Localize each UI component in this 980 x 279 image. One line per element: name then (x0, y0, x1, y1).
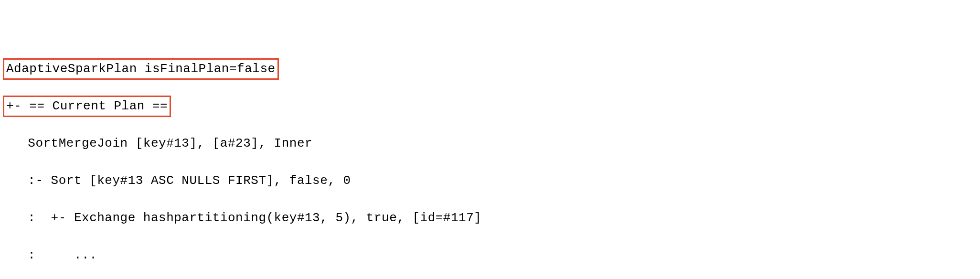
plan-header-line: AdaptiveSparkPlan isFinalPlan=false (5, 60, 975, 78)
plan-header-text: AdaptiveSparkPlan isFinalPlan=false (6, 62, 276, 76)
highlight-box-current: +- == Current Plan == (3, 96, 171, 117)
plan-line: SortMergeJoin [key#13], [a#23], Inner (5, 134, 975, 153)
highlight-box-adaptive: AdaptiveSparkPlan isFinalPlan=false (3, 58, 279, 80)
plan-line: : +- Exchange hashpartitioning(key#13, 5… (5, 209, 975, 227)
current-plan-header-text: +- == Current Plan == (6, 99, 168, 113)
plan-line: :- Sort [key#13 ASC NULLS FIRST], false,… (5, 172, 975, 190)
current-plan-header-line: +- == Current Plan == (5, 97, 975, 116)
plan-line: : ... (5, 246, 975, 265)
